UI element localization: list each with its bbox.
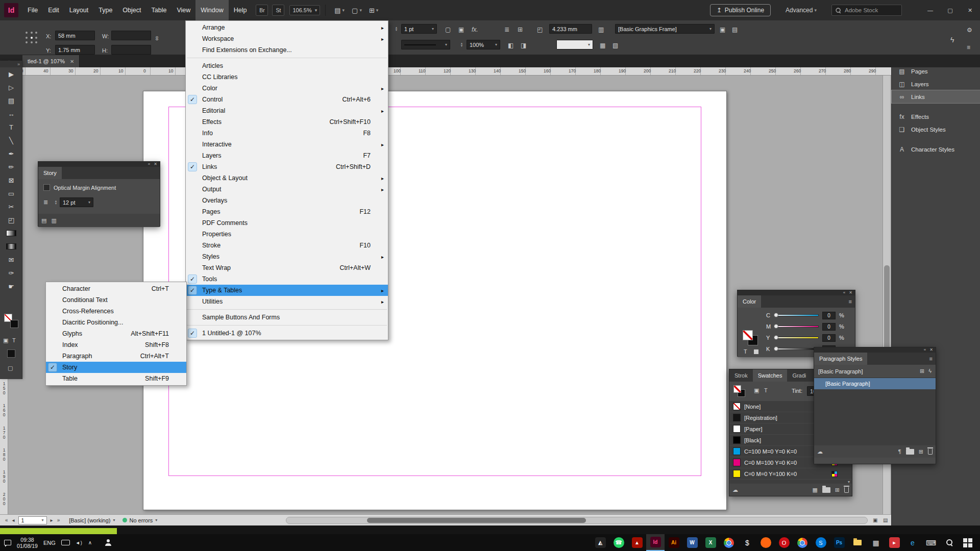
document-tab[interactable]: tled-1 @ 107% ✕ (22, 55, 80, 67)
panel-tab[interactable]: Gradi (787, 369, 811, 382)
delete-swatch-icon[interactable] (844, 487, 849, 493)
width-field[interactable] (111, 31, 151, 40)
speaker-icon[interactable]: ◄) (76, 540, 83, 545)
gear-icon[interactable]: ⚙ (967, 27, 972, 34)
new-style-plus-icon[interactable]: ⊞ (920, 368, 924, 374)
quick-apply-lightning-icon[interactable]: ϟ (928, 368, 932, 374)
menu-item[interactable]: ✓ Arrange ▸ (186, 22, 388, 33)
story-page-icon[interactable]: ▤ (41, 217, 46, 224)
panel-menu-icon[interactable]: ≡ (967, 44, 970, 51)
menu-item[interactable]: ✓ Glyphs Alt+Shift+F11 ▸ (46, 328, 186, 339)
Layers[interactable]: ◫ Layers (892, 78, 980, 90)
menu-item[interactable]: ✓ Index Shift+F8 ▸ (46, 339, 186, 350)
menu-item[interactable]: ✓ Sample Buttons And Forms ▸ (186, 312, 388, 323)
shear-icon[interactable]: ▧ (612, 42, 618, 49)
skype-icon[interactable]: S (812, 534, 830, 551)
slider-knob[interactable] (774, 335, 778, 340)
size-combo[interactable]: 12 pt▾ (60, 197, 93, 207)
screen-mode-button[interactable]: ▢▾ (352, 7, 362, 14)
minimize-button[interactable]: — (920, 0, 940, 20)
constrain-proportions-icon[interactable]: ∞ (154, 36, 161, 41)
acrobat-icon[interactable]: ▲ (628, 534, 646, 551)
note-tool[interactable]: ✉ (0, 253, 22, 266)
reference-point-proxy[interactable] (26, 32, 39, 45)
direct-selection-tool[interactable]: ▷ (0, 81, 22, 94)
menu-item[interactable]: ✓ Conditional Text ▸ (46, 294, 186, 306)
channel-slider[interactable] (775, 337, 819, 339)
menubar-item[interactable]: View (172, 0, 195, 20)
menu-item[interactable]: ✓ Pages F12 ▸ (186, 206, 388, 217)
excel-icon[interactable]: X (701, 534, 720, 551)
menubar-item[interactable]: Object (117, 0, 146, 20)
text-formatting-icon[interactable]: T (764, 387, 768, 393)
menu-item[interactable]: ✓ Cross-References ▸ (46, 306, 186, 317)
menu-item[interactable]: ✓ Paragraph Ctrl+Alt+T ▸ (46, 350, 186, 362)
preflight-profile-combo[interactable]: [Basic] (working)▾ (69, 517, 115, 523)
menubar-item[interactable]: Type (93, 0, 117, 20)
quick-apply-lightning-icon[interactable]: ϟ (950, 36, 954, 44)
channel-value-field[interactable]: 0 (822, 323, 836, 331)
menu-item[interactable]: ✓ Find Extensions on Exchange... ▸ (186, 44, 388, 56)
word-icon[interactable]: W (683, 534, 701, 551)
menu-item[interactable]: ✓ Styles ▸ (186, 251, 388, 262)
gradient-swatch-tool[interactable] (0, 227, 22, 240)
panel-menu-icon[interactable]: ≡ (849, 298, 852, 305)
line-tool[interactable]: ╲ (0, 134, 22, 147)
file-explorer-icon[interactable] (848, 534, 867, 551)
channel-value-field[interactable]: 0 (822, 334, 836, 342)
zoom-tool[interactable] (0, 293, 22, 306)
menubar-item[interactable]: Edit (43, 0, 64, 20)
menu-item[interactable]: ✓ Output ▸ (186, 184, 388, 195)
menu-item[interactable]: ✓ Diacritic Positioning... ▸ (46, 317, 186, 328)
people-icon[interactable] (105, 539, 112, 546)
formatting-affects-text-icon[interactable]: T (12, 337, 16, 343)
menu-item[interactable]: ✓ PDF Comments ▸ (186, 217, 388, 229)
swatch-row[interactable]: C=0 M=0 Y=100 K=0 (729, 468, 852, 480)
hidden-icons-chevron[interactable]: ∧ (88, 540, 92, 545)
taskbar-clock[interactable]: 09:38 01/08/19 (17, 537, 38, 549)
menubar-item[interactable]: Help (229, 0, 252, 20)
panel-collapse-icon[interactable]: « (924, 348, 926, 352)
edge-icon[interactable]: e (903, 534, 922, 551)
preflight-status[interactable]: No errors▾ (122, 517, 158, 523)
Links[interactable]: ∞ Links (892, 90, 980, 103)
stock-button[interactable]: St (272, 5, 284, 16)
calculator-icon[interactable]: ▦ (867, 534, 885, 551)
gap-tool[interactable]: ↔ (0, 107, 22, 120)
adobe-stock-search-input[interactable]: Adobe Stock (831, 5, 902, 16)
story-panel-tab[interactable]: Story (38, 167, 62, 179)
search-icon[interactable] (940, 534, 959, 551)
Object Styles[interactable]: ❑ Object Styles (892, 123, 980, 136)
panel-tab[interactable]: Swatches (753, 369, 788, 382)
cc-sync-cloud-icon[interactable]: ☁ (817, 448, 823, 455)
new-style-icon[interactable]: ⊞ (919, 448, 923, 455)
stroke-weight-combo[interactable]: 1 pt▾ (401, 24, 437, 34)
menu-item[interactable]: ✓ Object & Layout ▸ (186, 172, 388, 184)
formatting-affects-container-icon[interactable]: ▣ (3, 337, 8, 344)
touch-keyboard-icon[interactable]: ⌨ (922, 534, 940, 551)
slider-knob[interactable] (774, 324, 778, 329)
browser-orb-icon[interactable] (720, 534, 738, 551)
story-frame-icon[interactable]: ▥ (51, 217, 56, 224)
delete-style-icon[interactable] (928, 449, 933, 455)
workspace-switcher[interactable]: Advanced▾ (786, 7, 817, 14)
fitting-icon[interactable]: ▥ (598, 26, 604, 33)
zoom-level-combo[interactable]: 106.5%▾ (289, 5, 320, 15)
swatch-combo[interactable]: ▾ (556, 40, 593, 49)
hand-tool[interactable]: ☛ (0, 280, 22, 293)
corner-options-icon[interactable]: ▢ (445, 26, 451, 33)
object-style-combo[interactable]: [Basic Graphics Frame]▾ (615, 24, 715, 34)
scissors-tool[interactable]: ✂ (0, 200, 22, 213)
swatch-views-icon[interactable]: ▦ (812, 487, 817, 493)
menu-item[interactable]: ✓ Interactive ▸ (186, 139, 388, 150)
panel-collapse-icon[interactable]: « (148, 162, 150, 166)
maximize-button[interactable]: ▢ (940, 0, 960, 20)
clear-override-icon[interactable]: ▤ (732, 26, 738, 33)
menu-item[interactable]: ✓ Workspace ▸ (186, 33, 388, 44)
menu-item[interactable]: ✓ CC Libraries ▸ (186, 71, 388, 83)
x-position-field[interactable]: 58 mm (55, 31, 95, 40)
stroke-swatch-icon[interactable] (10, 320, 18, 328)
vertical-scrollbar-thumb[interactable] (884, 265, 890, 357)
corner-radius-field[interactable]: 4.233 mm (549, 24, 592, 34)
paragraph-styles-tab[interactable]: Paragraph Styles (814, 353, 867, 365)
